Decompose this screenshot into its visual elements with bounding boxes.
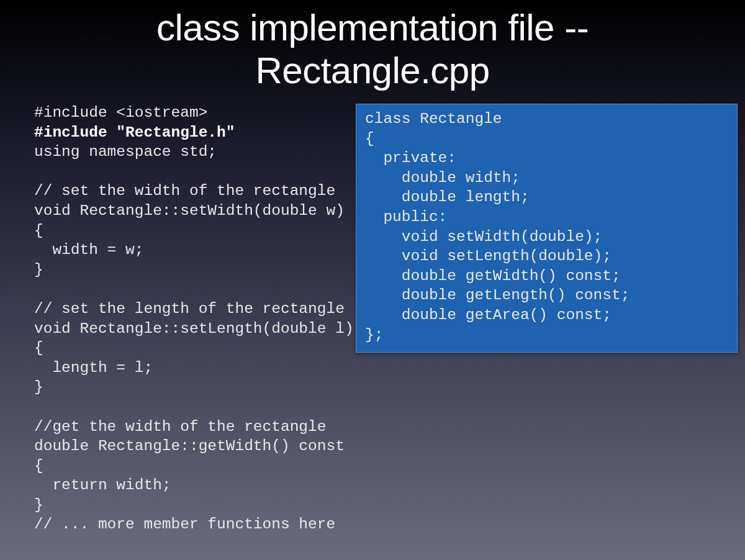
code-line: { <box>34 222 43 239</box>
code-line: using namespace std; <box>34 143 217 160</box>
code-line: double Rectangle::getWidth() const <box>34 438 345 454</box>
code-line: return width; <box>34 477 171 494</box>
code-line: void Rectangle::setLength(double l) <box>34 320 354 337</box>
code-line: { <box>34 458 43 474</box>
code-line: width = w; <box>34 242 143 258</box>
code-line: } <box>34 379 43 395</box>
slide-title: class implementation file --Rectangle.cp… <box>0 0 745 92</box>
code-line: { <box>34 340 43 356</box>
code-line: void Rectangle::setWidth(double w) <box>34 202 345 219</box>
code-line: #include <iostream> <box>34 104 207 121</box>
code-line: // ... more member functions here <box>34 516 335 533</box>
code-line-bold: #include "Rectangle.h" <box>34 124 235 141</box>
code-line: // set the width of the rectangle <box>34 183 335 199</box>
code-line: // set the length of the rectangle <box>34 300 345 317</box>
code-line: //get the width of the rectangle <box>34 418 326 435</box>
code-line: length = l; <box>34 359 153 376</box>
code-line: } <box>34 261 43 278</box>
code-line: } <box>34 497 43 513</box>
header-code-box: class Rectangle { private: double width;… <box>356 104 738 353</box>
